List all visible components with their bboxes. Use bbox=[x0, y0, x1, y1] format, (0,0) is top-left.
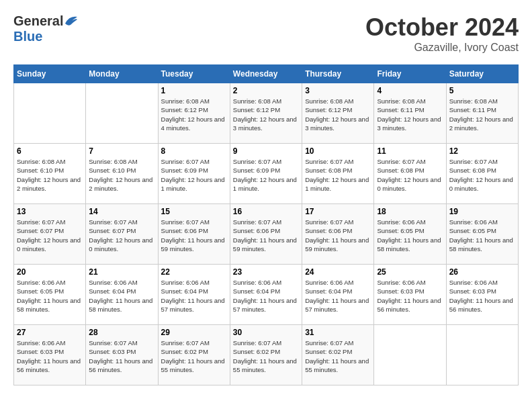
day-info: Sunrise: 6:07 AM Sunset: 6:09 PM Dayligh… bbox=[161, 157, 227, 193]
day-number: 2 bbox=[233, 86, 299, 95]
logo-bird-icon bbox=[64, 14, 79, 26]
day-info: Sunrise: 6:06 AM Sunset: 6:03 PM Dayligh… bbox=[377, 278, 443, 314]
day-cell: 23Sunrise: 6:06 AM Sunset: 6:04 PM Dayli… bbox=[230, 265, 302, 325]
day-cell: 19Sunrise: 6:06 AM Sunset: 6:05 PM Dayli… bbox=[446, 204, 518, 265]
day-number: 17 bbox=[305, 207, 371, 216]
day-info: Sunrise: 6:07 AM Sunset: 6:03 PM Dayligh… bbox=[89, 338, 154, 374]
day-cell: 21Sunrise: 6:06 AM Sunset: 6:04 PM Dayli… bbox=[86, 265, 158, 325]
day-cell: 7Sunrise: 6:08 AM Sunset: 6:10 PM Daylig… bbox=[86, 144, 158, 204]
day-number: 25 bbox=[377, 267, 443, 277]
day-info: Sunrise: 6:06 AM Sunset: 6:04 PM Dayligh… bbox=[89, 278, 154, 314]
day-cell: 18Sunrise: 6:06 AM Sunset: 6:05 PM Dayli… bbox=[374, 204, 446, 265]
day-cell bbox=[86, 83, 158, 144]
day-number: 8 bbox=[161, 146, 227, 156]
day-info: Sunrise: 6:06 AM Sunset: 6:05 PM Dayligh… bbox=[449, 218, 515, 253]
day-cell: 27Sunrise: 6:06 AM Sunset: 6:03 PM Dayli… bbox=[14, 325, 86, 385]
location-subtitle: Gazaville, Ivory Coast bbox=[365, 42, 519, 54]
day-cell: 5Sunrise: 6:08 AM Sunset: 6:11 PM Daylig… bbox=[446, 83, 518, 144]
day-cell: 20Sunrise: 6:06 AM Sunset: 6:05 PM Dayli… bbox=[14, 265, 86, 325]
day-cell: 3Sunrise: 6:08 AM Sunset: 6:12 PM Daylig… bbox=[302, 83, 374, 144]
day-info: Sunrise: 6:06 AM Sunset: 6:04 PM Dayligh… bbox=[305, 278, 371, 314]
day-cell: 13Sunrise: 6:07 AM Sunset: 6:07 PM Dayli… bbox=[14, 204, 86, 265]
day-info: Sunrise: 6:07 AM Sunset: 6:09 PM Dayligh… bbox=[233, 157, 299, 193]
day-cell: 16Sunrise: 6:07 AM Sunset: 6:06 PM Dayli… bbox=[230, 204, 302, 265]
day-number: 20 bbox=[17, 267, 83, 277]
day-cell: 1Sunrise: 6:08 AM Sunset: 6:12 PM Daylig… bbox=[158, 83, 230, 144]
day-info: Sunrise: 6:06 AM Sunset: 6:05 PM Dayligh… bbox=[377, 218, 443, 253]
day-number: 19 bbox=[449, 207, 515, 216]
day-info: Sunrise: 6:07 AM Sunset: 6:08 PM Dayligh… bbox=[305, 157, 371, 193]
day-info: Sunrise: 6:08 AM Sunset: 6:11 PM Dayligh… bbox=[377, 97, 443, 132]
day-info: Sunrise: 6:07 AM Sunset: 6:06 PM Dayligh… bbox=[233, 218, 299, 253]
title-area: October 2024 Gazaville, Ivory Coast bbox=[365, 13, 519, 54]
day-info: Sunrise: 6:08 AM Sunset: 6:12 PM Dayligh… bbox=[233, 97, 299, 132]
header-monday: Monday bbox=[86, 65, 158, 83]
day-info: Sunrise: 6:07 AM Sunset: 6:02 PM Dayligh… bbox=[161, 338, 227, 374]
day-number: 10 bbox=[305, 146, 371, 156]
day-number: 13 bbox=[17, 207, 83, 216]
day-info: Sunrise: 6:08 AM Sunset: 6:10 PM Dayligh… bbox=[17, 157, 83, 193]
day-number: 31 bbox=[305, 328, 371, 337]
day-info: Sunrise: 6:08 AM Sunset: 6:11 PM Dayligh… bbox=[449, 97, 515, 132]
day-cell: 31Sunrise: 6:07 AM Sunset: 6:02 PM Dayli… bbox=[302, 325, 374, 385]
day-number: 16 bbox=[233, 207, 299, 216]
day-info: Sunrise: 6:07 AM Sunset: 6:07 PM Dayligh… bbox=[17, 218, 83, 253]
day-number: 30 bbox=[233, 328, 299, 337]
day-number: 3 bbox=[305, 86, 371, 95]
day-cell: 4Sunrise: 6:08 AM Sunset: 6:11 PM Daylig… bbox=[374, 83, 446, 144]
day-number: 22 bbox=[161, 267, 227, 277]
header-friday: Friday bbox=[374, 65, 446, 83]
day-number: 14 bbox=[89, 207, 154, 216]
day-cell bbox=[446, 325, 518, 385]
week-row-4: 20Sunrise: 6:06 AM Sunset: 6:05 PM Dayli… bbox=[14, 265, 519, 325]
day-number: 12 bbox=[449, 146, 515, 156]
day-info: Sunrise: 6:07 AM Sunset: 6:08 PM Dayligh… bbox=[449, 157, 515, 193]
day-number: 28 bbox=[89, 328, 154, 337]
day-cell: 30Sunrise: 6:07 AM Sunset: 6:02 PM Dayli… bbox=[230, 325, 302, 385]
week-row-5: 27Sunrise: 6:06 AM Sunset: 6:03 PM Dayli… bbox=[14, 325, 519, 385]
header-saturday: Saturday bbox=[446, 65, 518, 83]
day-number: 23 bbox=[233, 267, 299, 277]
day-number: 29 bbox=[161, 328, 227, 337]
day-number: 6 bbox=[17, 146, 83, 156]
header-tuesday: Tuesday bbox=[158, 65, 230, 83]
day-number: 11 bbox=[377, 146, 443, 156]
day-info: Sunrise: 6:08 AM Sunset: 6:10 PM Dayligh… bbox=[89, 157, 154, 193]
day-info: Sunrise: 6:06 AM Sunset: 6:03 PM Dayligh… bbox=[17, 338, 83, 374]
day-info: Sunrise: 6:08 AM Sunset: 6:12 PM Dayligh… bbox=[305, 97, 371, 132]
day-cell: 26Sunrise: 6:06 AM Sunset: 6:03 PM Dayli… bbox=[446, 265, 518, 325]
day-number: 1 bbox=[161, 86, 227, 95]
day-info: Sunrise: 6:07 AM Sunset: 6:02 PM Dayligh… bbox=[305, 338, 371, 374]
week-row-3: 13Sunrise: 6:07 AM Sunset: 6:07 PM Dayli… bbox=[14, 204, 519, 265]
day-cell: 11Sunrise: 6:07 AM Sunset: 6:08 PM Dayli… bbox=[374, 144, 446, 204]
day-cell: 6Sunrise: 6:08 AM Sunset: 6:10 PM Daylig… bbox=[14, 144, 86, 204]
logo-general: General bbox=[13, 13, 63, 29]
week-row-2: 6Sunrise: 6:08 AM Sunset: 6:10 PM Daylig… bbox=[14, 144, 519, 204]
calendar-header-row: SundayMondayTuesdayWednesdayThursdayFrid… bbox=[14, 65, 519, 83]
day-number: 4 bbox=[377, 86, 443, 95]
day-cell: 22Sunrise: 6:06 AM Sunset: 6:04 PM Dayli… bbox=[158, 265, 230, 325]
day-cell: 24Sunrise: 6:06 AM Sunset: 6:04 PM Dayli… bbox=[302, 265, 374, 325]
day-info: Sunrise: 6:06 AM Sunset: 6:04 PM Dayligh… bbox=[233, 278, 299, 314]
logo: General Blue bbox=[13, 13, 79, 44]
day-number: 24 bbox=[305, 267, 371, 277]
day-number: 15 bbox=[161, 207, 227, 216]
calendar-table: SundayMondayTuesdayWednesdayThursdayFrid… bbox=[13, 64, 519, 385]
day-number: 26 bbox=[449, 267, 515, 277]
day-info: Sunrise: 6:08 AM Sunset: 6:12 PM Dayligh… bbox=[161, 97, 227, 132]
day-number: 18 bbox=[377, 207, 443, 216]
day-cell: 14Sunrise: 6:07 AM Sunset: 6:07 PM Dayli… bbox=[86, 204, 158, 265]
day-cell: 10Sunrise: 6:07 AM Sunset: 6:08 PM Dayli… bbox=[302, 144, 374, 204]
day-info: Sunrise: 6:07 AM Sunset: 6:02 PM Dayligh… bbox=[233, 338, 299, 374]
day-number: 7 bbox=[89, 146, 154, 156]
day-cell: 17Sunrise: 6:07 AM Sunset: 6:06 PM Dayli… bbox=[302, 204, 374, 265]
header-thursday: Thursday bbox=[302, 65, 374, 83]
day-cell: 8Sunrise: 6:07 AM Sunset: 6:09 PM Daylig… bbox=[158, 144, 230, 204]
month-title: October 2024 bbox=[365, 13, 519, 42]
day-cell bbox=[14, 83, 86, 144]
day-info: Sunrise: 6:06 AM Sunset: 6:05 PM Dayligh… bbox=[17, 278, 83, 314]
week-row-1: 1Sunrise: 6:08 AM Sunset: 6:12 PM Daylig… bbox=[14, 83, 519, 144]
day-cell: 9Sunrise: 6:07 AM Sunset: 6:09 PM Daylig… bbox=[230, 144, 302, 204]
header-sunday: Sunday bbox=[14, 65, 86, 83]
day-number: 5 bbox=[449, 86, 515, 95]
